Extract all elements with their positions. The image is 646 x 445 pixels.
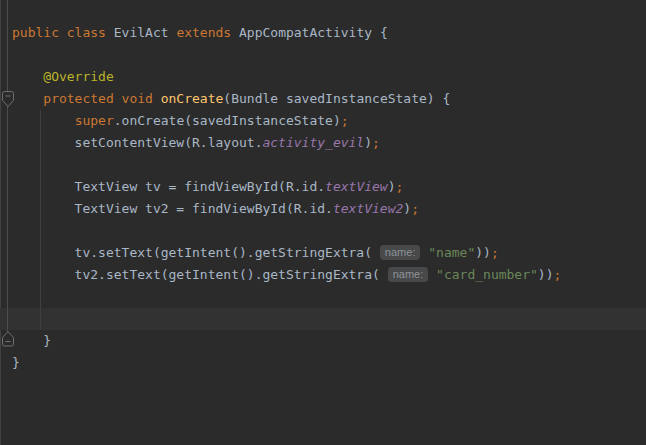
code-token: onCreate <box>161 91 224 106</box>
code-token: EvilAct <box>114 25 177 40</box>
code-line[interactable]: TextView tv2 = findViewById(R.id.textVie… <box>12 198 561 220</box>
code-line[interactable]: tv.setText(getIntent().getStringExtra( n… <box>12 242 561 264</box>
code-line[interactable]: } <box>12 352 561 374</box>
code-token: )) <box>475 245 491 260</box>
code-line[interactable] <box>12 286 561 308</box>
code-token: TextView tv2 = findViewById(R.id. <box>12 201 333 216</box>
code-token: (Bundle savedInstanceState) { <box>223 91 450 106</box>
code-token: ) <box>364 135 372 150</box>
code-token: } <box>12 355 20 370</box>
code-line[interactable] <box>12 44 561 66</box>
code-area[interactable]: public class EvilAct extends AppCompatAc… <box>12 22 561 374</box>
code-token <box>428 267 436 282</box>
code-editor[interactable]: public class EvilAct extends AppCompatAc… <box>0 0 646 445</box>
code-token: } <box>12 333 51 348</box>
code-line[interactable]: TextView tv = findViewById(R.id.textView… <box>12 176 561 198</box>
code-token: @Override <box>43 69 113 84</box>
code-token: ; <box>341 113 349 128</box>
code-token: ; <box>396 179 404 194</box>
code-line[interactable]: super.onCreate(savedInstanceState); <box>12 110 561 132</box>
code-token: activity_evil <box>262 135 364 150</box>
code-token: ) <box>388 179 396 194</box>
code-line[interactable]: protected void onCreate(Bundle savedInst… <box>12 88 561 110</box>
code-token: textView <box>325 179 388 194</box>
code-line[interactable]: public class EvilAct extends AppCompatAc… <box>12 22 561 44</box>
code-token: extends <box>176 25 239 40</box>
code-token: TextView tv = findViewById(R.id. <box>12 179 325 194</box>
code-token: AppCompatActivity { <box>239 25 388 40</box>
code-token: ; <box>372 135 380 150</box>
code-line[interactable] <box>12 220 561 242</box>
code-token <box>12 91 43 106</box>
code-line[interactable]: } <box>12 330 561 352</box>
code-token: tv2.setText(getIntent().getStringExtra( <box>12 267 388 282</box>
code-token <box>12 113 75 128</box>
code-line[interactable]: tv2.setText(getIntent().getStringExtra( … <box>12 264 561 286</box>
code-token: "name" <box>428 245 475 260</box>
code-line[interactable] <box>12 154 561 176</box>
code-line[interactable]: @Override <box>12 66 561 88</box>
code-line[interactable] <box>12 308 561 330</box>
code-token: super <box>75 113 114 128</box>
code-token: tv.setText(getIntent().getStringExtra( <box>12 245 380 260</box>
code-token <box>12 69 43 84</box>
code-line[interactable]: setContentView(R.layout.activity_evil); <box>12 132 561 154</box>
fold-guide-line <box>7 0 8 332</box>
code-token: .onCreate(savedInstanceState) <box>114 113 341 128</box>
code-token: protected void <box>43 91 160 106</box>
code-token: public class <box>12 25 114 40</box>
code-token: ) <box>403 201 411 216</box>
editor-left-edge <box>0 0 1 445</box>
parameter-name-hint-pill[interactable]: name: <box>380 245 421 260</box>
code-token: setContentView(R.layout. <box>12 135 262 150</box>
parameter-name-hint-pill[interactable]: name: <box>388 267 429 282</box>
code-token: ; <box>411 201 419 216</box>
code-token: ; <box>491 245 499 260</box>
code-token: "card_number" <box>436 267 538 282</box>
code-token: ; <box>554 267 562 282</box>
code-token: )) <box>538 267 554 282</box>
code-token: textView2 <box>333 201 403 216</box>
